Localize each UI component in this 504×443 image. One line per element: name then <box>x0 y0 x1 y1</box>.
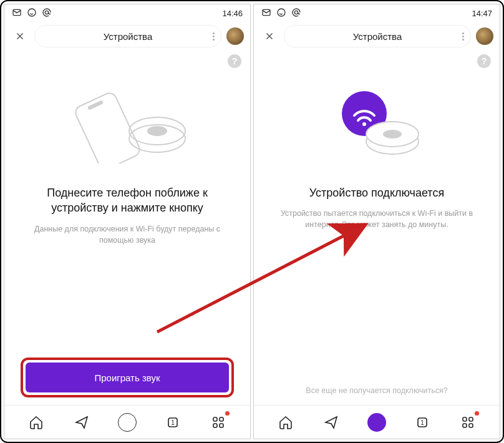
phone-right: 14:47 Устройства ? <box>253 4 500 439</box>
illustration-wifi-speaker <box>270 73 483 173</box>
mail-icon <box>12 7 22 19</box>
send-icon[interactable] <box>72 412 92 432</box>
svg-rect-3 <box>73 90 142 163</box>
svg-rect-10 <box>213 417 217 421</box>
close-icon[interactable] <box>11 27 29 46</box>
status-bar: 14:46 <box>4 4 250 22</box>
home-icon[interactable] <box>26 412 46 432</box>
main-content: ? Уст <box>254 51 500 405</box>
svg-rect-11 <box>220 417 223 421</box>
bottom-nav: 1 <box>4 405 250 439</box>
home-icon[interactable] <box>276 412 296 432</box>
svg-rect-12 <box>213 424 217 427</box>
avatar[interactable] <box>476 27 493 45</box>
svg-rect-27 <box>469 424 473 427</box>
svg-text:1: 1 <box>171 419 175 426</box>
tabs-icon[interactable]: 1 <box>412 412 432 432</box>
page-title: Устройства <box>353 31 402 42</box>
subtext: Данные для подключения к Wi-Fi будут пер… <box>21 223 234 246</box>
svg-rect-25 <box>469 417 473 421</box>
svg-text:1: 1 <box>420 419 424 426</box>
at-icon <box>291 7 301 19</box>
clock: 14:46 <box>222 9 243 18</box>
clock: 14:47 <box>472 9 492 18</box>
status-bar: 14:47 <box>254 4 500 22</box>
svg-point-21 <box>383 130 402 139</box>
menu-icon[interactable] <box>208 412 228 432</box>
svg-point-2 <box>45 11 48 14</box>
main-content: ? Поднесите телефон поближе к устройству… <box>4 51 250 405</box>
svg-point-7 <box>147 126 167 136</box>
page-title: Устройства <box>104 31 152 42</box>
whatsapp-icon <box>276 7 286 19</box>
more-icon[interactable] <box>213 32 215 41</box>
svg-rect-24 <box>463 417 467 421</box>
svg-rect-26 <box>463 424 467 427</box>
help-icon[interactable]: ? <box>228 54 241 68</box>
page-title-pill[interactable]: Устройства <box>284 25 471 47</box>
alice-icon[interactable] <box>117 412 137 432</box>
notification-dot <box>225 411 230 416</box>
svg-point-16 <box>294 11 298 14</box>
play-sound-button[interactable]: Проиграть звук <box>26 363 229 392</box>
send-icon[interactable] <box>321 412 341 432</box>
close-icon[interactable] <box>260 27 279 46</box>
svg-rect-13 <box>220 424 223 427</box>
more-icon[interactable] <box>462 32 464 41</box>
svg-point-18 <box>362 122 366 126</box>
svg-point-1 <box>28 9 36 16</box>
trouble-link[interactable]: Все еще не получается подключиться? <box>270 386 483 395</box>
subtext: Устройство пытается подключиться к Wi-Fi… <box>270 208 483 230</box>
illustration-phone-speaker <box>21 73 234 173</box>
tabs-icon[interactable]: 1 <box>163 412 183 432</box>
whatsapp-icon <box>27 7 37 19</box>
notification-dot <box>475 411 479 416</box>
app-header: Устройства <box>254 22 500 51</box>
menu-icon[interactable] <box>458 412 478 432</box>
bottom-nav: 1 <box>254 405 500 439</box>
phone-left: 14:46 Устройства ? <box>4 4 251 439</box>
app-header: Устройства <box>4 22 250 51</box>
at-icon <box>42 7 52 19</box>
page-title-pill[interactable]: Устройства <box>34 25 221 47</box>
svg-rect-4 <box>88 101 102 110</box>
alice-icon-active[interactable] <box>367 412 387 432</box>
heading: Устройство подключается <box>270 185 483 200</box>
heading: Поднесите телефон поближе к устройству и… <box>21 185 234 216</box>
avatar[interactable] <box>226 27 244 45</box>
annotation-highlight: Проиграть звук <box>21 358 234 397</box>
mail-icon <box>261 7 271 19</box>
svg-point-15 <box>278 9 285 16</box>
help-icon[interactable]: ? <box>477 54 491 68</box>
